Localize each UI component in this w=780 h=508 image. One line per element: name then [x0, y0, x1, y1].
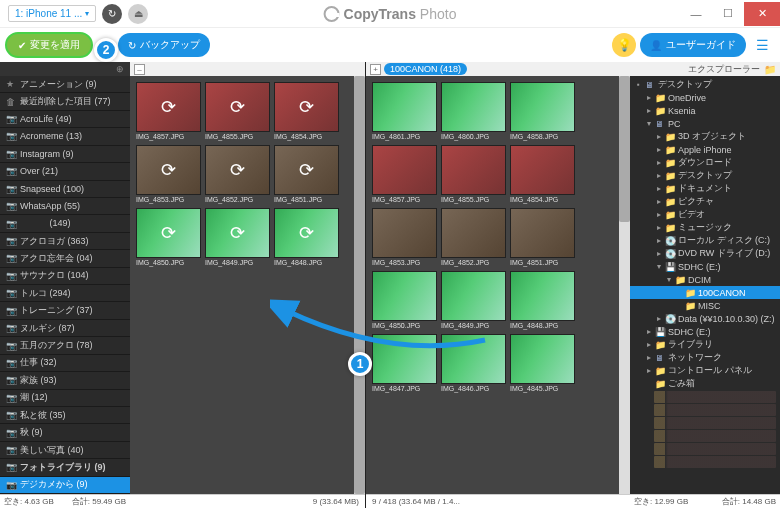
expand-icon[interactable]: ▸ [644, 340, 653, 349]
album-item[interactable]: 📷潮 (12) [0, 390, 130, 407]
tree-item[interactable]: ▸📁コントロール パネル [630, 364, 780, 377]
expand-icon[interactable]: ▸ [654, 132, 663, 141]
expand-icon[interactable]: ▸ [654, 145, 663, 154]
backup-button[interactable]: ↻ バックアップ [118, 33, 210, 57]
expand-icon[interactable]: ▪ [634, 80, 643, 89]
userguide-button[interactable]: 👤 ユーザーガイド [640, 33, 746, 57]
tree-item[interactable]: ▪🖥デスクトップ [630, 78, 780, 91]
thumbnail[interactable]: IMG_4857.JPG [372, 145, 437, 204]
tree-toggle-button[interactable]: – [134, 64, 145, 75]
thumbnail[interactable]: ⟳IMG_4853.JPG [136, 145, 201, 204]
refresh-button[interactable]: ↻ [102, 4, 122, 24]
album-item[interactable]: 📷フォトライブラリ (9) [0, 459, 130, 476]
menu-button[interactable]: ☰ [750, 33, 774, 57]
tree-item[interactable]: ▸📁ダウンロード [630, 156, 780, 169]
album-item[interactable]: 📷アクロヨガ (363) [0, 233, 130, 250]
album-item[interactable]: 📷アクロ忘年会 (04) [0, 250, 130, 267]
tips-button[interactable]: 💡 [612, 33, 636, 57]
tree-item[interactable]: ▸💽Data (¥¥10.10.0.30) (Z:) [630, 312, 780, 325]
tree-item[interactable]: ▸📁ビデオ [630, 208, 780, 221]
tree-item[interactable]: ▸💾SDHC (E:) [630, 325, 780, 338]
tree-item[interactable]: ▸💽DVD RW ドライブ (D:) [630, 247, 780, 260]
album-item[interactable]: 📷デジカメから (9) [0, 477, 130, 494]
album-item[interactable]: 📷Instagram (9) [0, 146, 130, 163]
thumbnail[interactable]: ⟳IMG_4851.JPG [274, 145, 339, 204]
album-item[interactable]: 📷 (149) [0, 215, 130, 232]
device-selector[interactable]: 1: iPhone 11 ... ▾ [8, 5, 96, 22]
album-item[interactable]: ★アニメーション (9) [0, 76, 130, 93]
expand-icon[interactable]: ▾ [654, 262, 663, 271]
eject-button[interactable]: ⏏ [128, 4, 148, 24]
thumbnail[interactable]: IMG_4861.JPG [372, 82, 437, 141]
expand-icon[interactable]: ▸ [654, 184, 663, 193]
expand-icon[interactable]: ▸ [644, 353, 653, 362]
device-thumb-grid[interactable]: ⟳IMG_4857.JPG⟳IMG_4855.JPG⟳IMG_4854.JPG⟳… [130, 76, 345, 494]
album-item[interactable]: 📷美しい写真 (40) [0, 442, 130, 459]
source-thumb-grid[interactable]: IMG_4861.JPGIMG_4860.JPGIMG_4858.JPGIMG_… [366, 76, 581, 494]
minimize-button[interactable]: — [680, 2, 712, 26]
thumbnail[interactable]: ⟳IMG_4852.JPG [205, 145, 270, 204]
thumbnail[interactable]: IMG_4855.JPG [441, 145, 506, 204]
tree-item[interactable]: 📁100CANON [630, 286, 780, 299]
tree-item[interactable]: ▸📁ライブラリ [630, 338, 780, 351]
thumbnail[interactable]: ⟳IMG_4849.JPG [205, 208, 270, 267]
album-item[interactable]: 📷Acromeme (13) [0, 128, 130, 145]
thumbnail[interactable]: ⟳IMG_4857.JPG [136, 82, 201, 141]
folder-tree[interactable]: ▪🖥デスクトップ▸📁OneDrive▸📁Ksenia▾🖥PC▸📁3D オブジェク… [630, 76, 780, 494]
album-item[interactable]: 📷五月のアクロ (78) [0, 337, 130, 354]
thumbnail[interactable]: IMG_4852.JPG [441, 208, 506, 267]
tree-item[interactable]: ▸💽ローカル ディスク (C:) [630, 234, 780, 247]
expand-icon[interactable]: ▸ [654, 158, 663, 167]
tree-toggle-button[interactable]: + [370, 64, 381, 75]
thumbnail[interactable]: IMG_4854.JPG [510, 145, 575, 204]
expand-icon[interactable]: ▸ [654, 171, 663, 180]
tree-item[interactable]: ▸📁ミュージック [630, 221, 780, 234]
tree-item[interactable]: ▸📁Ksenia [630, 104, 780, 117]
thumbnail[interactable]: IMG_4848.JPG [510, 271, 575, 330]
close-button[interactable]: ✕ [744, 2, 780, 26]
expand-icon[interactable]: ▸ [644, 93, 653, 102]
album-item[interactable]: 📷私と彼 (35) [0, 407, 130, 424]
expand-icon[interactable]: ▸ [654, 223, 663, 232]
tree-item[interactable]: ▸📁ドキュメント [630, 182, 780, 195]
thumbnail[interactable]: IMG_4858.JPG [510, 82, 575, 141]
tree-item[interactable]: ▾🖥PC [630, 117, 780, 130]
album-item[interactable]: 📷Snapseed (100) [0, 181, 130, 198]
thumbnail[interactable]: IMG_4850.JPG [372, 271, 437, 330]
tree-item[interactable]: ▸📁OneDrive [630, 91, 780, 104]
tree-item[interactable]: 📁MISC [630, 299, 780, 312]
album-item[interactable]: 📷トルコ (294) [0, 285, 130, 302]
expand-icon[interactable]: ▾ [644, 119, 653, 128]
thumbnail[interactable]: IMG_4849.JPG [441, 271, 506, 330]
album-item[interactable]: 🗑最近削除した項目 (77) [0, 93, 130, 110]
expand-icon[interactable]: ▸ [644, 106, 653, 115]
expand-icon[interactable]: ▸ [644, 327, 653, 336]
scrollbar[interactable] [619, 76, 630, 494]
folder-icon[interactable]: 📁 [764, 64, 776, 75]
tree-item[interactable]: ▸📁3D オブジェクト [630, 130, 780, 143]
album-item[interactable]: 📷ヌルギシ (87) [0, 320, 130, 337]
expand-icon[interactable]: ▸ [654, 314, 663, 323]
album-item[interactable]: 📷Over (21) [0, 163, 130, 180]
album-item[interactable]: 📷秋 (9) [0, 424, 130, 441]
tree-item[interactable]: ▾📁DCIM [630, 273, 780, 286]
tree-item[interactable]: ▸🖥ネットワーク [630, 351, 780, 364]
thumbnail[interactable]: ⟳IMG_4850.JPG [136, 208, 201, 267]
thumbnail[interactable]: IMG_4845.JPG [510, 334, 575, 393]
album-item[interactable]: 📷サウナクロ (104) [0, 268, 130, 285]
album-list[interactable]: ★アニメーション (9)🗑最近削除した項目 (77)📷AcroLife (49)… [0, 76, 130, 494]
album-item[interactable]: 📷AcroLife (49) [0, 111, 130, 128]
thumbnail[interactable]: IMG_4851.JPG [510, 208, 575, 267]
tree-item[interactable]: ▸📁Apple iPhone [630, 143, 780, 156]
tree-item[interactable]: ▾💾SDHC (E:) [630, 260, 780, 273]
album-item[interactable]: 📷WhatsApp (55) [0, 198, 130, 215]
breadcrumb-badge[interactable]: 100CANON (418) [384, 63, 467, 75]
thumbnail[interactable]: ⟳IMG_4855.JPG [205, 82, 270, 141]
expand-icon[interactable]: ▸ [654, 197, 663, 206]
thumbnail[interactable]: IMG_4846.JPG [441, 334, 506, 393]
apply-changes-button[interactable]: ✔ 変更を適用 [6, 33, 92, 57]
thumbnail[interactable]: IMG_4860.JPG [441, 82, 506, 141]
expand-icon[interactable]: ▸ [654, 210, 663, 219]
expand-icon[interactable]: ▸ [654, 249, 663, 258]
tree-item[interactable]: ▸📁デスクトップ [630, 169, 780, 182]
